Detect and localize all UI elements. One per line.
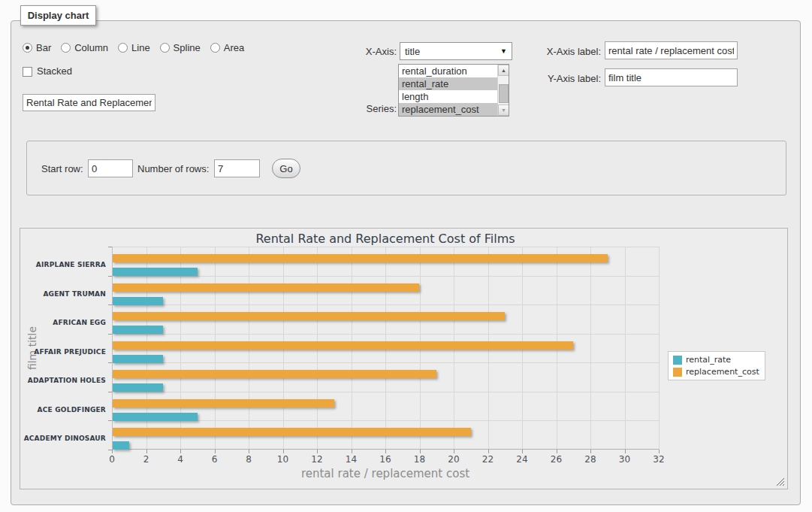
number-of-rows-label: Number of rows:	[137, 163, 209, 175]
scrollbar-thumb[interactable]	[499, 84, 509, 103]
y-axis-tick	[108, 247, 112, 247]
chart-type-label: Bar	[36, 42, 51, 53]
x-axis-tick	[488, 450, 489, 453]
x-axis-select[interactable]: title ▼	[400, 42, 512, 60]
chart-container: Rental Rate and Replacement Cost of Film…	[20, 228, 788, 489]
legend-item-replacement_cost[interactable]: replacement_cost	[673, 367, 759, 377]
x-tick-label: 32	[647, 454, 670, 465]
chart-type-label: Column	[74, 42, 108, 53]
x-axis-title: rental rate / replacement cost	[112, 467, 659, 480]
x-tick-label: 30	[614, 454, 636, 465]
chart-type-option-spline[interactable]: Spline	[160, 42, 201, 53]
resize-handle-icon[interactable]	[776, 477, 785, 486]
x-axis-select-label: X-Axis:	[315, 46, 397, 58]
y-axis-tick	[108, 276, 112, 277]
scroll-up-icon[interactable]: ▲	[498, 65, 509, 76]
category-label: AGENT TRUMAN	[20, 289, 106, 298]
x-tick-label: 4	[169, 454, 192, 465]
plot-area	[112, 247, 659, 450]
x-axis-label-input[interactable]	[605, 41, 738, 59]
start-row-input[interactable]	[88, 159, 133, 177]
chart-title-input[interactable]	[23, 94, 155, 111]
replacement_cost-bar	[113, 341, 573, 350]
start-row-label: Start row:	[41, 163, 83, 175]
chevron-down-icon: ▼	[500, 47, 507, 55]
series-option-rental_rate[interactable]: rental_rate	[399, 77, 497, 90]
category-label: AIRPLANE SIERRA	[20, 260, 106, 269]
rental_rate-bar	[113, 441, 129, 450]
stacked-label: Stacked	[37, 65, 72, 77]
panel-title: Display chart	[20, 5, 96, 26]
rental_rate-bar	[113, 383, 163, 392]
chart-type-label: Spline	[174, 42, 201, 53]
x-axis-select-value: title	[405, 46, 420, 57]
chart-type-option-line[interactable]: Line	[118, 42, 150, 53]
x-axis-label-label: X-Axis label:	[518, 46, 601, 58]
rental_rate-bar	[113, 413, 198, 421]
number-of-rows-input[interactable]	[214, 159, 260, 177]
x-tick-label: 12	[306, 454, 328, 465]
x-axis-tick	[385, 450, 386, 453]
y-axis-tick	[108, 420, 112, 421]
x-tick-label: 10	[272, 454, 294, 465]
radio-icon[interactable]	[160, 43, 170, 53]
x-axis-tick	[352, 450, 352, 453]
chart-type-label: Line	[131, 42, 150, 53]
chart-type-option-bar[interactable]: Bar	[23, 42, 51, 53]
x-tick-label: 14	[340, 454, 363, 465]
x-tick-label: 22	[477, 454, 500, 465]
x-tick-label: 0	[101, 454, 123, 465]
chart-type-radio-group: BarColumnLineSplineArea	[23, 41, 244, 53]
x-tick-label: 2	[135, 454, 158, 465]
radio-icon[interactable]	[23, 43, 32, 53]
gridline-horizontal	[112, 247, 659, 247]
x-tick-label: 24	[511, 454, 533, 465]
series-option-length[interactable]: length	[399, 90, 497, 103]
radio-icon[interactable]	[118, 43, 128, 53]
legend-item-rental_rate[interactable]: rental_rate	[673, 355, 759, 365]
replacement_cost-bar	[113, 254, 608, 262]
x-axis-tick	[420, 450, 421, 453]
y-axis-tick	[108, 450, 112, 450]
series-option-rental_duration[interactable]: rental_duration	[399, 65, 497, 77]
x-axis-tick	[112, 450, 113, 453]
replacement_cost-bar	[113, 283, 419, 292]
stacked-checkbox[interactable]	[23, 67, 32, 77]
x-tick-label: 16	[374, 454, 397, 465]
y-axis-label-label: Y-Axis label:	[518, 73, 601, 85]
go-button[interactable]: Go	[272, 159, 300, 178]
legend-swatch-icon	[673, 356, 682, 365]
gridline-horizontal	[112, 392, 659, 392]
series-listbox[interactable]: rental_durationrental_ratelengthreplacem…	[398, 64, 509, 117]
chart-type-option-column[interactable]: Column	[61, 42, 108, 53]
gridline-vertical	[659, 247, 660, 450]
rental_rate-bar	[113, 326, 163, 334]
y-axis-label-input[interactable]	[605, 68, 738, 86]
legend-label: replacement_cost	[686, 367, 759, 377]
stacked-option: Stacked	[23, 65, 72, 77]
x-tick-label: 28	[579, 454, 602, 465]
x-axis-tick	[625, 450, 626, 453]
x-axis-tick	[146, 450, 147, 453]
chart-type-label: Area	[224, 42, 244, 53]
series-option-replacement_cost[interactable]: replacement_cost	[399, 103, 497, 116]
gridline-horizontal	[112, 304, 659, 305]
category-label: ACE GOLDFINGER	[20, 405, 106, 414]
rental_rate-bar	[113, 268, 198, 276]
series-label: Series:	[315, 103, 397, 115]
replacement_cost-bar	[113, 370, 436, 378]
chart-title: Rental Rate and Replacement Cost of Film…	[112, 232, 659, 246]
x-tick-label: 8	[237, 454, 260, 465]
gridline-vertical	[590, 247, 591, 450]
chart-type-option-area[interactable]: Area	[210, 42, 244, 53]
x-axis-tick	[249, 450, 249, 453]
listbox-scrollbar[interactable]: ▲ ▼	[497, 65, 509, 116]
radio-icon[interactable]	[210, 43, 220, 53]
x-tick-label: 26	[545, 454, 568, 465]
x-tick-label: 6	[204, 454, 226, 465]
replacement_cost-bar	[113, 399, 334, 407]
scroll-down-icon[interactable]: ▼	[498, 105, 509, 116]
radio-icon[interactable]	[61, 43, 71, 53]
chart-legend: rental_ratereplacement_cost	[668, 351, 765, 380]
x-axis-tick	[283, 450, 284, 453]
